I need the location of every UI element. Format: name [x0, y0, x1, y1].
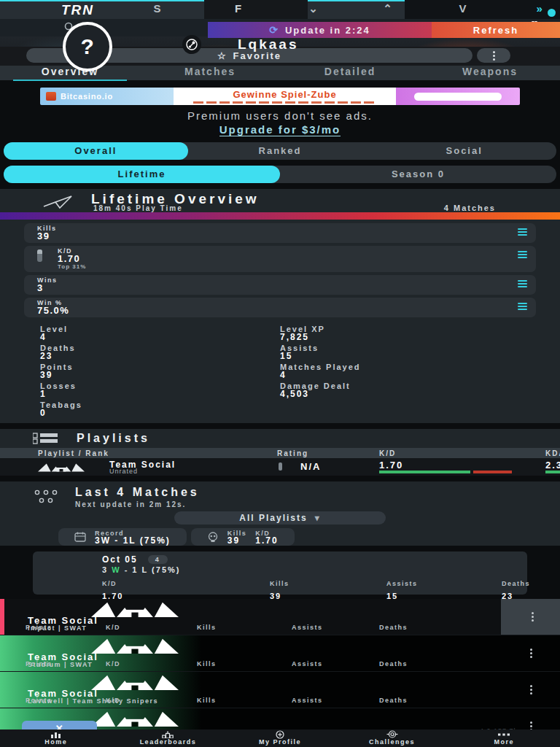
- grid-stat-damage: Damage Dealt4,503: [280, 382, 520, 398]
- player-name: Lqkaas: [238, 36, 298, 53]
- premium-text: Premium users don't see ads.: [0, 109, 560, 122]
- stat-card-kd: K/D 1.70 Top 31%: [24, 246, 536, 272]
- ad-brand-section: Bitcasino.io: [40, 88, 174, 105]
- percentile-bar-icon: [37, 249, 42, 262]
- stat-card-label: Win %: [37, 299, 529, 306]
- season-lifetime[interactable]: Lifetime: [4, 166, 280, 183]
- tab-overview[interactable]: Overview: [0, 66, 140, 80]
- record-value: 3W - 1L (75%): [95, 537, 171, 545]
- update-status: ⟳ Update in 2:24: [208, 22, 432, 38]
- splitgate-game-icon[interactable]: S: [143, 2, 172, 15]
- grid-stat-levelxp: Level XP7,825: [280, 325, 520, 341]
- stat-graph-icon[interactable]: [518, 280, 527, 287]
- bottom-nav: Home Leaderboards My Profile Challenges …: [0, 729, 560, 747]
- mode-overall[interactable]: Overall: [4, 142, 188, 160]
- fortnite-game-icon[interactable]: F: [224, 2, 253, 15]
- kills-kd-chip: Kills 39 K/D 1.70: [191, 528, 295, 546]
- refresh-button[interactable]: Refresh: [432, 22, 560, 38]
- profile-plus-icon: [276, 730, 284, 738]
- playlist-row-team-social[interactable]: Team Social Unrated N/A 1.70 2.35: [0, 458, 560, 476]
- ad-banner[interactable]: Bitcasino.io Gewinne Spiel-Zube: [40, 88, 520, 105]
- stat-card-kills: Kills 39: [24, 223, 536, 243]
- match-action-panel: [501, 599, 560, 635]
- header: TRN S F ⌄ ⌃ V » ⟳ Update in 2:24 Refresh…: [0, 0, 560, 80]
- stat-card-wins: Wins 3: [24, 275, 536, 295]
- col-kda: KDA: [545, 449, 560, 457]
- match-row-1[interactable]: Team Social Impact | SWAT Points11 K/D1.…: [0, 599, 560, 635]
- recent-summary-chips: Record 3W - 1L (75%) Kills 39 K/D 1.70: [58, 528, 560, 546]
- trn-logo[interactable]: TRN: [61, 2, 94, 18]
- match-row-2[interactable]: Team Social Stadium | SWAT Points9 K/D3.…: [0, 635, 560, 672]
- overview-highlight-cards: Kills 39 K/D 1.70 Top 31% Wins 3 Win % 7…: [0, 220, 560, 322]
- day-stat-assists: Assists15: [386, 576, 418, 602]
- match-row-3[interactable]: Team Social Lavawell | Team Shotty Snipe…: [0, 672, 560, 708]
- leaderboards-icon: [162, 730, 174, 738]
- overview-panel: Lifetime Overview 18m 40s Play Time 4 Ma…: [0, 189, 560, 423]
- day-match-count-badge: 4: [148, 555, 168, 564]
- mode-ranked[interactable]: Ranked: [188, 142, 373, 160]
- nav-my-profile[interactable]: My Profile: [224, 729, 336, 747]
- ad-smallprint: [193, 101, 376, 104]
- stat-card-label: K/D: [58, 247, 529, 255]
- top-accent-line: [0, 0, 405, 1]
- gamebar-active-tab-bg: [204, 0, 308, 19]
- nav-label: Leaderboards: [140, 738, 197, 746]
- ad-brand: Bitcasino.io: [61, 92, 113, 101]
- nav-label: My Profile: [259, 738, 301, 746]
- rating-bar-icon: [279, 462, 282, 471]
- nav-more[interactable]: More: [448, 729, 560, 747]
- premium-upgrade-link[interactable]: Upgrade for $3/mo: [219, 123, 341, 136]
- tab-matches[interactable]: Matches: [140, 66, 280, 80]
- playlists-icon: [33, 433, 61, 444]
- grid-stat-level: Level4: [40, 325, 280, 341]
- update-countdown: Update in 2:24: [285, 25, 370, 36]
- playlist-kda: 2.35: [545, 460, 560, 471]
- playlist-kd: 1.70: [379, 460, 403, 471]
- playlists-title: Playlists: [77, 432, 150, 445]
- playlist-rating: N/A: [300, 461, 321, 472]
- overview-header: Lifetime Overview 18m 40s Play Time 4 Ma…: [0, 189, 560, 212]
- grid-stat-deaths: Deaths23: [40, 344, 280, 360]
- apex-game-icon[interactable]: ⌃: [373, 2, 402, 15]
- tab-weapons[interactable]: Weapons: [420, 66, 560, 80]
- recent-header: Last 4 Matches Next update in 2m 12s.: [0, 481, 560, 508]
- nav-challenges[interactable]: Challenges: [336, 729, 448, 747]
- season-filter: Lifetime Season 0: [4, 166, 556, 183]
- day-stat-kd: K/D1.70: [102, 576, 123, 602]
- ad-cta-section: [396, 88, 520, 105]
- nav-home[interactable]: Home: [0, 729, 112, 747]
- ad-copy-section: Gewinne Spiel-Zube: [174, 88, 396, 105]
- profile-menu-button[interactable]: [477, 48, 510, 63]
- ad-cta-button[interactable]: [414, 93, 502, 101]
- stat-graph-icon[interactable]: [518, 251, 527, 258]
- chevron-down-game-icon[interactable]: ⌄: [299, 2, 328, 15]
- day-stat-kills: Kills39: [270, 576, 289, 602]
- stat-card-value: 75.0%: [37, 306, 529, 315]
- match-menu-icon[interactable]: [532, 612, 534, 622]
- recent-matches-panel: Last 4 Matches Next update in 2m 12s. Al…: [0, 481, 560, 546]
- winloss-bar: [379, 471, 512, 473]
- valorant-game-icon[interactable]: V: [448, 2, 478, 15]
- match-menu-icon[interactable]: [530, 685, 532, 694]
- stat-card-value: 3: [37, 284, 529, 293]
- nav-label: Challenges: [369, 738, 415, 746]
- ad-headline: Gewinne Spiel-Zube: [233, 89, 336, 100]
- grid-stat-teabags: Teabags0: [40, 400, 280, 417]
- playlists-header: Playlists: [0, 429, 560, 448]
- sync-icon: ⟳: [269, 24, 279, 36]
- season-0[interactable]: Season 0: [280, 166, 556, 183]
- playlist-filter-dropdown[interactable]: All Playlists ▾: [174, 511, 386, 525]
- day-date: Oct 05: [102, 554, 138, 565]
- stat-graph-icon[interactable]: [518, 303, 527, 310]
- game-selector-bar: TRN S F ⌄ ⌃ V »: [0, 0, 560, 19]
- match-menu-icon[interactable]: [530, 649, 532, 658]
- mode-social[interactable]: Social: [372, 142, 556, 160]
- grid-stat-losses: Losses1: [40, 382, 280, 398]
- nav-leaderboards[interactable]: Leaderboards: [112, 729, 225, 747]
- overview-section-icon: [42, 193, 74, 209]
- stat-graph-icon[interactable]: [518, 228, 527, 236]
- playlists-panel: Playlists Playlist / Rank Rating K/D KDA…: [0, 429, 560, 476]
- col-rating: Rating: [277, 449, 308, 457]
- stat-card-value: 39: [37, 232, 529, 241]
- tab-detailed[interactable]: Detailed: [280, 66, 420, 80]
